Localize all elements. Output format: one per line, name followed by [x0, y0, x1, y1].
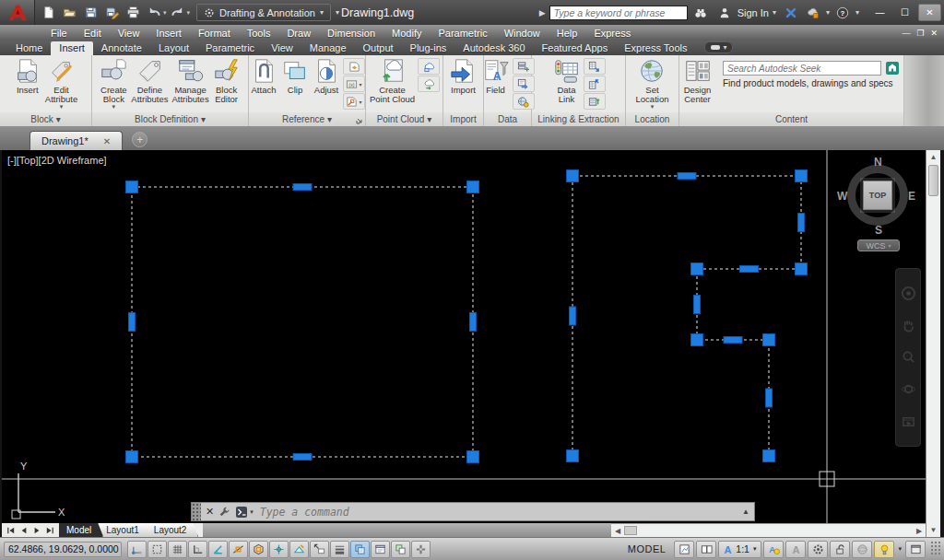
- layout-tab-layout1[interactable]: Layout1: [99, 523, 151, 537]
- pan-tool-button[interactable]: [901, 318, 916, 333]
- menu-express[interactable]: Express: [585, 28, 639, 39]
- scroll-left-arrow[interactable]: ◀: [611, 527, 624, 535]
- insert-button[interactable]: Insert: [12, 56, 43, 95]
- quick-view-layouts-button[interactable]: [674, 541, 694, 558]
- isolate-objects-button[interactable]: [874, 541, 894, 558]
- dynamic-ucs-toggle[interactable]: [289, 541, 309, 558]
- manage-attributes-button[interactable]: ManageAttributes: [171, 56, 211, 104]
- save-as-button[interactable]: [101, 3, 122, 22]
- close-button[interactable]: ✕: [918, 4, 941, 21]
- vertical-scroll-thumb[interactable]: [928, 165, 938, 196]
- document-tab-drawing1[interactable]: Drawing1*✕: [30, 131, 123, 150]
- status-bar-menu-button[interactable]: ▾: [896, 545, 903, 553]
- transparency-toggle[interactable]: [350, 541, 370, 558]
- horizontal-scroll-thumb[interactable]: [624, 526, 637, 535]
- midpoint-grip[interactable]: [694, 296, 701, 314]
- nav-wheel-button[interactable]: [901, 286, 916, 301]
- next-layout-button[interactable]: [31, 525, 42, 535]
- annotation-monitor-toggle[interactable]: [411, 541, 431, 558]
- open-button[interactable]: [59, 3, 79, 22]
- maximize-button[interactable]: ☐: [893, 4, 916, 21]
- vertex-grip[interactable]: [763, 450, 775, 462]
- last-layout-button[interactable]: [44, 525, 55, 535]
- design-center-button[interactable]: Design Center: [679, 56, 715, 104]
- first-layout-button[interactable]: [6, 525, 17, 535]
- panel-launcher-icon[interactable]: [356, 117, 363, 124]
- quick-properties-toggle[interactable]: [371, 541, 390, 558]
- layout-tab-model[interactable]: Model: [59, 523, 103, 537]
- undo-button-dropdown[interactable]: ▾: [163, 9, 167, 17]
- menu-view[interactable]: View: [110, 28, 148, 39]
- ortho-mode-toggle[interactable]: [188, 541, 207, 558]
- statusbar-resize-grip[interactable]: [929, 542, 940, 556]
- viewcube-west[interactable]: W: [837, 190, 847, 203]
- upload-to-source-button[interactable]: [584, 93, 606, 110]
- signin-button[interactable]: Sign In ▾: [714, 4, 778, 21]
- coordinates-display[interactable]: 62.4866, 19.0629, 0.0000: [4, 542, 122, 557]
- midpoint-grip[interactable]: [293, 454, 312, 461]
- search-icon[interactable]: [691, 4, 710, 21]
- link-data-button[interactable]: [584, 76, 606, 92]
- vertex-grip[interactable]: [763, 334, 775, 346]
- vertex-grip[interactable]: [467, 451, 479, 463]
- zoom-tool-button[interactable]: [901, 349, 916, 365]
- close-icon[interactable]: ✕: [103, 136, 111, 146]
- scroll-up-arrow[interactable]: ▲: [926, 150, 940, 164]
- command-line-drag-handle[interactable]: [192, 503, 201, 520]
- panel-label-import[interactable]: Import: [443, 112, 483, 126]
- annotation-scale-button[interactable]: A1:1▾: [718, 541, 761, 558]
- create-point-cloud-button[interactable]: CreatePoint Cloud: [368, 56, 417, 104]
- midpoint-grip[interactable]: [724, 337, 742, 344]
- vertex-grip[interactable]: [567, 450, 579, 462]
- update-fields-button[interactable]: [513, 58, 535, 75]
- redo-button-dropdown[interactable]: ▾: [187, 9, 191, 17]
- recent-commands-button[interactable]: ▾: [233, 506, 255, 519]
- command-history-toggle[interactable]: ▲: [738, 508, 754, 516]
- ribbon-tab-autodesk-360[interactable]: Autodesk 360: [454, 41, 533, 55]
- lineweight-toggle[interactable]: [330, 541, 349, 558]
- midpoint-grip[interactable]: [129, 313, 136, 332]
- ribbon-display-toggle[interactable]: ▾: [704, 41, 733, 53]
- quick-view-drawings-button[interactable]: [696, 541, 716, 558]
- status-tray-button[interactable]: [852, 541, 872, 558]
- ribbon-tab-parametric[interactable]: Parametric: [197, 41, 263, 55]
- annotation-visibility-button[interactable]: A: [763, 541, 784, 558]
- doc-restore-button[interactable]: ❐: [916, 29, 924, 38]
- infer-constraints-toggle[interactable]: [127, 541, 147, 558]
- ribbon-tab-layout[interactable]: Layout: [150, 41, 197, 55]
- new-drawing-tab-button[interactable]: +: [132, 132, 148, 147]
- vertex-grip[interactable]: [796, 170, 808, 182]
- selection-cycling-toggle[interactable]: [391, 541, 410, 558]
- app-menu-button[interactable]: [0, 0, 35, 25]
- redo-button[interactable]: [168, 3, 188, 22]
- snap-to-underlays-button[interactable]: ▾: [343, 93, 365, 110]
- menu-insert[interactable]: Insert: [148, 28, 190, 39]
- vertex-grip[interactable]: [691, 334, 703, 346]
- scroll-down-arrow[interactable]: ▼: [926, 523, 940, 537]
- vertex-grip[interactable]: [567, 170, 579, 182]
- menu-draw[interactable]: Draw: [278, 28, 319, 39]
- menu-format[interactable]: Format: [190, 28, 239, 39]
- wcs-menu[interactable]: WCS ▾: [857, 239, 900, 251]
- new-button[interactable]: [38, 3, 58, 22]
- ribbon-tab-insert[interactable]: Insert: [51, 41, 93, 55]
- viewcube-top-face[interactable]: TOP: [863, 181, 892, 210]
- viewport-controls[interactable]: [-][Top][2D Wireframe]: [7, 155, 107, 166]
- seek-search-input[interactable]: [723, 61, 881, 76]
- import-button[interactable]: Import: [448, 56, 479, 95]
- object-snap-tracking-toggle[interactable]: [269, 541, 289, 558]
- point-cloud-update-button[interactable]: [418, 76, 440, 92]
- clip-button[interactable]: Clip: [279, 56, 311, 95]
- extract-data-button[interactable]: [584, 58, 606, 75]
- viewcube-south[interactable]: S: [875, 224, 882, 237]
- vertex-grip[interactable]: [126, 181, 138, 193]
- workspace-switcher[interactable]: Drafting & Annotation ▾: [196, 4, 331, 21]
- midpoint-grip[interactable]: [798, 214, 805, 232]
- ribbon-tab-annotate[interactable]: Annotate: [93, 41, 150, 55]
- model-space-toggle[interactable]: MODEL: [621, 541, 673, 558]
- point-cloud-attach-button[interactable]: [418, 58, 440, 75]
- command-line-close-icon[interactable]: ✕: [204, 506, 216, 518]
- vertical-scrollbar[interactable]: ▲ ▼: [926, 150, 940, 537]
- scroll-right-arrow[interactable]: ▶: [913, 527, 926, 535]
- plot-button[interactable]: [123, 3, 143, 22]
